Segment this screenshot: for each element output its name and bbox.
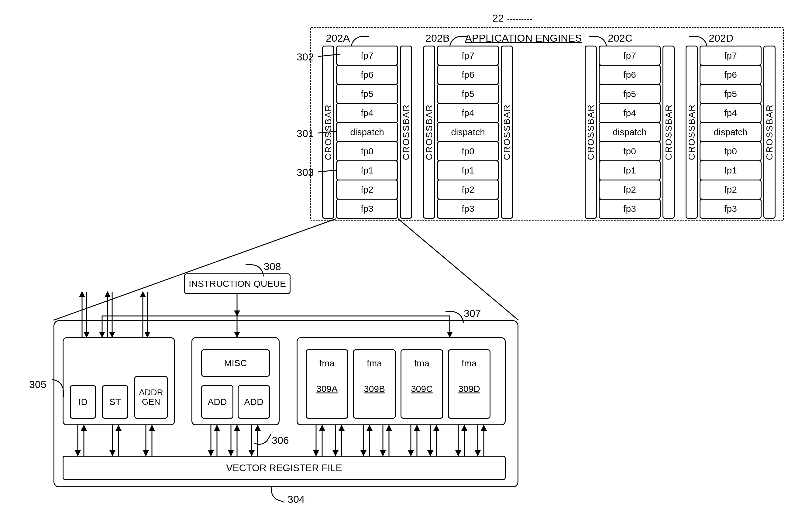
ref-22-dashline — [508, 19, 532, 20]
crossbar-left: CROSSBAR — [423, 46, 435, 219]
addr-gen-box: ADDR GEN — [134, 376, 168, 419]
fma-ref: 309C — [402, 384, 442, 394]
misc-box: MISC — [201, 349, 270, 377]
crossbar-label: CROSSBAR — [323, 104, 333, 160]
engine-cell-fp0: fp0 — [336, 141, 398, 161]
crossbar-left: CROSSBAR — [322, 46, 334, 219]
svg-line-3 — [54, 219, 336, 320]
fma-309a: fma 309A — [306, 349, 348, 419]
engine-cell-fp3: fp3 — [437, 199, 499, 219]
engine-cell-fp2: fp2 — [599, 179, 661, 200]
crossbar-left: CROSSBAR — [685, 46, 698, 219]
tick-icon — [446, 311, 464, 323]
engine-cell-fp1: fp1 — [599, 160, 661, 180]
svg-line-4 — [398, 219, 519, 320]
fma-label: fma — [402, 358, 442, 368]
fma-label: fma — [354, 358, 395, 368]
engine-cell-fp5: fp5 — [437, 84, 499, 104]
crossbar-label: CROSSBAR — [585, 104, 596, 160]
ref-301: 301 — [296, 128, 314, 140]
ref-202a: 202A — [326, 32, 350, 44]
crossbar-label: CROSSBAR — [502, 104, 512, 160]
engine-cell-fp0: fp0 — [599, 141, 661, 161]
crossbar-label: CROSSBAR — [764, 104, 774, 160]
crossbar-left: CROSSBAR — [585, 46, 597, 219]
engine-202c: CROSSBARfp7fp6fp5fp4dispatchfp0fp1fp2fp3… — [585, 46, 675, 219]
engine-cell-fp4: fp4 — [336, 103, 398, 123]
engine-cell-fp3: fp3 — [699, 199, 762, 219]
engine-cell-fp7: fp7 — [699, 46, 762, 65]
vector-register-file: VECTOR REGISTER FILE — [62, 456, 506, 480]
ref-202b: 202B — [425, 32, 449, 44]
crossbar-label: CROSSBAR — [663, 104, 674, 160]
engine-stack: fp7fp6fp5fp4dispatchfp0fp1fp2fp3 — [599, 46, 661, 219]
add-box-1: ADD — [201, 385, 233, 419]
engine-202d: CROSSBARfp7fp6fp5fp4dispatchfp0fp1fp2fp3… — [685, 46, 775, 219]
engine-cell-dispatch: dispatch — [437, 122, 499, 142]
fma-ref: 309B — [354, 384, 395, 394]
ref-308: 308 — [264, 261, 281, 273]
crossbar-label: CROSSBAR — [424, 104, 434, 160]
ref-202d: 202D — [709, 32, 733, 44]
instruction-queue: INSTRUCTION QUEUE — [184, 274, 291, 294]
crossbar-right: CROSSBAR — [663, 46, 675, 219]
engine-202a: CROSSBARfp7fp6fp5fp4dispatchfp0fp1fp2fp3… — [322, 46, 412, 219]
engine-cell-fp1: fp1 — [699, 160, 762, 180]
engine-cell-fp6: fp6 — [699, 65, 762, 85]
engine-cell-dispatch: dispatch — [336, 122, 398, 142]
id-box: ID — [70, 385, 96, 419]
engine-cell-fp7: fp7 — [599, 46, 661, 65]
crossbar-right: CROSSBAR — [763, 46, 775, 219]
crossbar-right: CROSSBAR — [501, 46, 513, 219]
engine-cell-fp4: fp4 — [437, 103, 499, 123]
engine-cell-fp4: fp4 — [699, 103, 762, 123]
engine-cell-fp2: fp2 — [336, 179, 398, 200]
engine-cell-fp0: fp0 — [699, 141, 762, 161]
engine-cell-dispatch: dispatch — [599, 122, 661, 142]
ref-303: 303 — [296, 166, 314, 178]
engine-cell-fp1: fp1 — [336, 160, 398, 180]
engine-stack: fp7fp6fp5fp4dispatchfp0fp1fp2fp3 — [437, 46, 499, 219]
fma-ref: 309D — [449, 384, 490, 394]
engine-202b: CROSSBARfp7fp6fp5fp4dispatchfp0fp1fp2fp3… — [423, 46, 513, 219]
app-engines-title: APPLICATION ENGINES — [465, 32, 582, 44]
engine-cell-fp6: fp6 — [599, 65, 661, 85]
tick-icon — [268, 487, 288, 503]
ref-202c: 202C — [608, 32, 633, 44]
fma-309c: fma 309C — [401, 349, 443, 419]
crossbar-right: CROSSBAR — [400, 46, 412, 219]
engine-stack: fp7fp6fp5fp4dispatchfp0fp1fp2fp3 — [336, 46, 398, 219]
ref-307: 307 — [464, 307, 481, 319]
ref-302: 302 — [296, 51, 314, 63]
engine-cell-fp5: fp5 — [336, 84, 398, 104]
engine-cell-fp2: fp2 — [699, 179, 762, 200]
engine-cell-dispatch: dispatch — [699, 122, 762, 142]
fma-ref: 309A — [307, 384, 347, 394]
engine-cell-fp1: fp1 — [437, 160, 499, 180]
engine-cell-fp0: fp0 — [437, 141, 499, 161]
engine-cell-fp2: fp2 — [437, 179, 499, 200]
ref-304: 304 — [288, 493, 305, 505]
crossbar-label: CROSSBAR — [401, 104, 411, 160]
engine-cell-fp7: fp7 — [336, 46, 398, 65]
tick-icon — [246, 264, 264, 277]
fma-309d: fma 309D — [448, 349, 491, 419]
engine-cell-fp3: fp3 — [599, 199, 661, 219]
engine-stack: fp7fp6fp5fp4dispatchfp0fp1fp2fp3 — [699, 46, 762, 219]
crossbar-label: CROSSBAR — [686, 104, 697, 160]
st-box: ST — [102, 385, 128, 419]
engine-cell-fp5: fp5 — [699, 84, 762, 104]
engine-cell-fp7: fp7 — [437, 46, 499, 65]
fma-309b: fma 309B — [353, 349, 396, 419]
ref-22: 22 — [492, 12, 504, 24]
engine-cell-fp4: fp4 — [599, 103, 661, 123]
engine-cell-fp3: fp3 — [336, 199, 398, 219]
add-box-2: ADD — [238, 385, 270, 419]
fma-label: fma — [307, 358, 347, 368]
ref-305: 305 — [29, 379, 46, 391]
diagram-root: 22 APPLICATION ENGINES 202A 202B 202C 20… — [0, 0, 812, 528]
fma-label: fma — [449, 358, 490, 368]
ref-306: 306 — [272, 435, 289, 446]
engine-cell-fp6: fp6 — [437, 65, 499, 85]
engine-cell-fp5: fp5 — [599, 84, 661, 104]
